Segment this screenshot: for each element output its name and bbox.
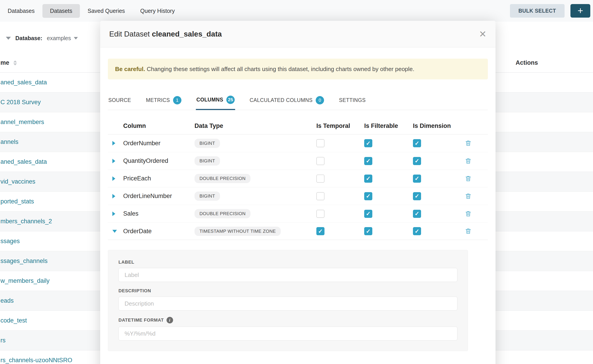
- is-dimension-header: Is Dimension: [413, 123, 465, 130]
- is-dimension-checkbox[interactable]: ✓: [413, 157, 421, 165]
- tab-columns[interactable]: COLUMNS 25: [196, 94, 235, 110]
- column-row: QuantityOrdered BIGINT ✓ ✓ ✓: [108, 152, 488, 169]
- top-navbar: Databases Datasets Saved Queries Query H…: [0, 0, 593, 22]
- tab-label: METRICS: [146, 97, 170, 103]
- modal-header: Edit Dataset cleaned_sales_data ✕: [100, 21, 495, 47]
- column-row: OrderLineNumber BIGINT ✓ ✓ ✓: [108, 187, 488, 205]
- is-temporal-header: Is Temporal: [316, 123, 364, 130]
- dataset-link[interactable]: rs_channels-uzooNNtSRO: [0, 357, 72, 364]
- nav-tab-query-history[interactable]: Query History: [133, 4, 183, 18]
- is-filterable-header: Is Filterable: [364, 123, 413, 130]
- dataset-link[interactable]: w_members_daily: [0, 277, 50, 284]
- is-filterable-checkbox[interactable]: ✓: [364, 157, 372, 165]
- datetime-format-field-label: DATETIME FORMAT i: [119, 317, 457, 323]
- tab-label: SOURCE: [108, 97, 131, 103]
- data-type-pill: BIGINT: [195, 139, 220, 148]
- add-dataset-button[interactable]: +: [570, 4, 590, 18]
- tab-calculated-columns[interactable]: CALCULATED COLUMNS 0: [249, 94, 324, 110]
- is-temporal-checkbox[interactable]: ✓: [316, 157, 324, 165]
- dataset-link[interactable]: mbers_channels_2: [0, 218, 52, 225]
- expand-caret-icon[interactable]: [112, 230, 117, 233]
- data-type-pill: BIGINT: [195, 156, 220, 166]
- dataset-link[interactable]: annels: [0, 138, 19, 145]
- nav-tab-saved-queries[interactable]: Saved Queries: [80, 4, 132, 18]
- datetime-format-input[interactable]: [119, 326, 457, 341]
- app-window: Databases Datasets Saved Queries Query H…: [0, 0, 593, 364]
- is-filterable-checkbox[interactable]: ✓: [364, 192, 372, 200]
- column-row: PriceEach DOUBLE PRECISION ✓ ✓ ✓: [108, 169, 488, 187]
- warning-banner-text: Changing these settings will affect all …: [145, 66, 414, 72]
- chevron-down-icon: [74, 37, 78, 39]
- label-input[interactable]: [119, 268, 457, 282]
- is-filterable-checkbox[interactable]: ✓: [364, 139, 372, 147]
- dataset-link[interactable]: rs: [0, 337, 6, 344]
- delete-column-icon[interactable]: [465, 193, 488, 200]
- data-type-pill: BIGINT: [195, 191, 220, 201]
- dataset-link[interactable]: aned_sales_data: [0, 79, 47, 86]
- data-type-pill: DOUBLE PRECISION: [195, 174, 250, 183]
- modal-body: Be careful. Changing these settings will…: [100, 59, 495, 351]
- is-filterable-checkbox[interactable]: ✓: [364, 227, 372, 235]
- tab-label: CALCULATED COLUMNS: [250, 97, 313, 103]
- expand-caret-icon[interactable]: [112, 159, 115, 163]
- columns-count-badge: 25: [226, 96, 235, 104]
- modal-title: Edit Dataset cleaned_sales_data: [109, 30, 222, 38]
- modal-title-prefix: Edit Dataset: [109, 30, 152, 38]
- delete-column-icon[interactable]: [465, 158, 488, 164]
- column-detail-panel: LABEL DESCRIPTION DATETIME FORMAT i: [108, 250, 468, 351]
- dataset-link[interactable]: ssages_channels: [0, 258, 48, 265]
- expand-caret-icon[interactable]: [112, 141, 115, 145]
- expand-caret-icon[interactable]: [112, 194, 115, 198]
- is-temporal-checkbox[interactable]: ✓: [316, 139, 324, 147]
- nav-tab-datasets[interactable]: Datasets: [42, 4, 80, 18]
- name-column-header[interactable]: me: [0, 59, 9, 66]
- is-temporal-checkbox[interactable]: ✓: [316, 227, 324, 235]
- warning-banner: Be careful. Changing these settings will…: [108, 59, 488, 79]
- is-dimension-checkbox[interactable]: ✓: [413, 139, 421, 147]
- warning-banner-bold: Be careful.: [115, 66, 145, 72]
- delete-column-icon[interactable]: [465, 210, 488, 217]
- delete-column-icon[interactable]: [465, 175, 488, 182]
- is-filterable-checkbox[interactable]: ✓: [364, 210, 372, 218]
- description-input[interactable]: [119, 297, 457, 311]
- delete-column-icon[interactable]: [465, 140, 488, 147]
- info-icon[interactable]: i: [166, 317, 173, 323]
- description-field-label: DESCRIPTION: [119, 288, 457, 293]
- dataset-link[interactable]: C 2018 Survey: [0, 99, 41, 106]
- database-filter-select[interactable]: examples: [47, 35, 78, 41]
- expand-caret-icon[interactable]: [112, 176, 115, 181]
- dataset-link[interactable]: aned_sales_data: [0, 158, 47, 165]
- close-icon[interactable]: ✕: [479, 30, 487, 39]
- column-name: OrderNumber: [123, 140, 195, 147]
- dataset-link[interactable]: eads: [0, 297, 14, 304]
- is-dimension-checkbox[interactable]: ✓: [413, 192, 421, 200]
- dataset-link[interactable]: ssages: [0, 238, 20, 245]
- is-temporal-checkbox[interactable]: ✓: [316, 175, 324, 183]
- expand-caret-icon[interactable]: [112, 212, 115, 216]
- dataset-link[interactable]: vid_vaccines: [0, 178, 35, 185]
- tab-settings[interactable]: SETTINGS: [338, 94, 366, 110]
- nav-tab-databases[interactable]: Databases: [0, 4, 42, 18]
- dataset-link[interactable]: code_test: [0, 317, 27, 324]
- column-row: OrderNumber BIGINT ✓ ✓ ✓: [108, 134, 488, 152]
- dataset-link[interactable]: ported_stats: [0, 198, 34, 205]
- modal-tab-bar: SOURCE METRICS 1 COLUMNS 25 CALCULATED C…: [108, 94, 488, 110]
- is-dimension-checkbox[interactable]: ✓: [413, 210, 421, 218]
- sort-icon[interactable]: [13, 60, 17, 65]
- is-temporal-checkbox[interactable]: ✓: [316, 210, 324, 218]
- column-name: OrderDate: [123, 228, 195, 235]
- column-name: QuantityOrdered: [123, 157, 195, 164]
- filter-bar: Database: examples: [0, 29, 78, 47]
- is-filterable-checkbox[interactable]: ✓: [364, 175, 372, 183]
- tab-source[interactable]: SOURCE: [108, 94, 132, 110]
- is-dimension-checkbox[interactable]: ✓: [413, 227, 421, 235]
- chevron-down-icon[interactable]: [6, 37, 11, 40]
- delete-column-icon[interactable]: [465, 228, 488, 234]
- bulk-select-button[interactable]: BULK SELECT: [510, 4, 565, 18]
- tab-label: COLUMNS: [196, 97, 223, 103]
- is-temporal-checkbox[interactable]: ✓: [316, 192, 324, 200]
- is-dimension-checkbox[interactable]: ✓: [413, 175, 421, 183]
- dataset-link[interactable]: annel_members: [0, 119, 44, 126]
- columns-table: Column Data Type Is Temporal Is Filterab…: [108, 118, 488, 240]
- tab-metrics[interactable]: METRICS 1: [145, 94, 182, 110]
